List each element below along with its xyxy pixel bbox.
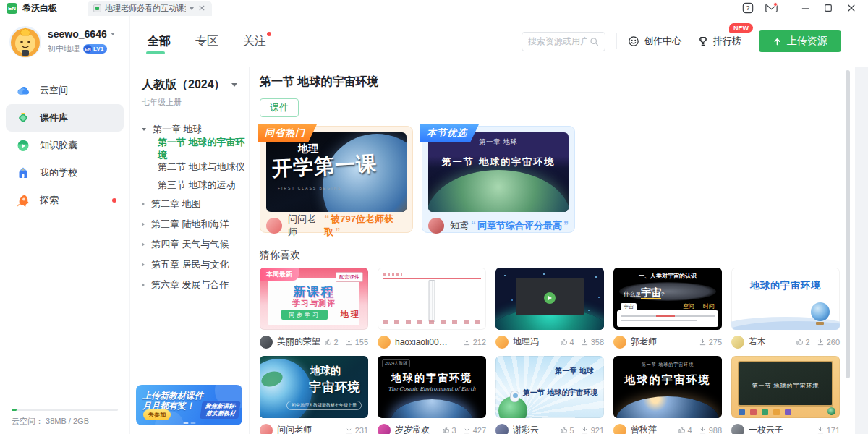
maximize-button[interactable] [822, 1, 835, 14]
featured-card-hot[interactable]: 同省热门 地理 开学第一课 FIRST CLASS BEGINS 问问老师 被7… [260, 126, 413, 233]
download-count[interactable]: 171 [817, 426, 840, 434]
creation-center-button[interactable]: 创作中心 [628, 35, 681, 48]
resource-card[interactable]: 第一节 地球的宇宙环境 一枚云子 171 [731, 356, 840, 434]
courseware-filter-tag[interactable]: 课件 [260, 98, 299, 117]
tree-chapter-5[interactable]: 第五章 居民与文化 [142, 255, 249, 275]
download-count[interactable]: 921 [581, 426, 604, 434]
thumb-text: 配套课件 [336, 272, 363, 282]
thumb-graphic [429, 280, 435, 322]
card-thumbnail: 第一章 地球 第一节 地球的宇宙环境 [495, 356, 604, 418]
notification-dot [112, 198, 116, 203]
sidebar-item-courseware-library[interactable]: 课件库 [6, 104, 124, 132]
download-icon [699, 426, 707, 434]
help-button[interactable]: ? [741, 1, 754, 14]
download-count[interactable]: 212 [463, 338, 486, 346]
like-value: 4 [688, 426, 692, 434]
tab-all[interactable]: 全部 [148, 34, 171, 49]
rocket-icon [16, 193, 30, 208]
promo-banner[interactable]: 上传新教材课件 月月都有奖！ 去参加 聚焦新课标· 落实新教材 [136, 385, 242, 425]
like-count[interactable]: 3 [442, 426, 456, 434]
tree-section-1-1[interactable]: 第一节 地球的宇宙环境 [142, 140, 249, 158]
mail-button[interactable] [765, 1, 778, 14]
resource-card[interactable]: haoxiaoli0001 212 [378, 268, 486, 349]
resource-card[interactable]: 本周最新 配套课件 新课程 学习与测评 同步学习 地 理 美丽的荣望 2 [260, 268, 368, 349]
thumb-text: 同步学习 [281, 310, 328, 320]
sidebar-item-label: 我的学校 [40, 166, 77, 179]
thumb-text: 时间 [703, 302, 715, 310]
resource-card[interactable]: 一、人类对宇宙的认识 什么是宇宙? 空间 时间 宇宙 郭老 [613, 268, 722, 349]
notification-dot [773, 2, 778, 7]
download-value: 231 [355, 426, 368, 434]
tree-chapter-6[interactable]: 第六章 发展与合作 [142, 275, 249, 295]
edition-selector[interactable]: 人教版（2024） [142, 77, 249, 93]
resource-card[interactable]: 地理冯 4 358 [495, 268, 604, 349]
upload-resource-button[interactable]: 上传资源 [759, 30, 841, 52]
featured-quote: 同章节综合评分最高 [471, 219, 569, 232]
courseware-icon [16, 111, 30, 125]
download-count[interactable]: 231 [345, 426, 368, 434]
chevron-down-icon[interactable] [190, 7, 194, 10]
download-count[interactable]: 427 [463, 426, 486, 434]
like-count[interactable]: 4 [678, 426, 692, 434]
download-count[interactable]: 988 [699, 426, 722, 434]
like-value: 5 [570, 426, 574, 434]
tree-chapter-4[interactable]: 第四章 天气与气候 [142, 234, 249, 255]
download-value: 988 [709, 426, 722, 434]
sidebar-item-explore[interactable]: 探索 [0, 187, 129, 214]
close-button[interactable] [845, 1, 858, 14]
sidebar-item-cloud-space[interactable]: 云空间 [0, 77, 129, 104]
download-count[interactable]: 260 [817, 338, 840, 346]
featured-card-pick[interactable]: 本节优选 第一章 地球 第一节 地球的宇宙环境 知鸢 同章节综合评分最高 [422, 126, 575, 233]
thumb-graphic [383, 273, 402, 276]
minimize-button[interactable] [799, 1, 812, 14]
author-avatar [266, 218, 282, 234]
resource-card[interactable]: 地球的宇宙环境 若木 2 260 [731, 268, 840, 349]
tab-zones[interactable]: 专区 [195, 34, 218, 49]
document-tab[interactable]: 地理老师必看的互动课堂小... [88, 1, 212, 16]
trophy-icon [697, 35, 709, 47]
download-count[interactable]: 275 [699, 338, 722, 346]
ranking-button[interactable]: 排行榜 NEW [697, 35, 741, 48]
resource-card[interactable]: · 第一节 地球的宇宙环境 · 地球的宇宙环境 曾秋萍 4 988 [613, 356, 722, 434]
tree-label: 第三节 地球的运动 [158, 179, 236, 192]
thumb-graphic [739, 409, 833, 415]
like-count[interactable]: 5 [560, 426, 574, 434]
tab-close-icon[interactable] [197, 3, 206, 14]
tree-label: 第二章 地图 [151, 197, 201, 210]
download-count[interactable]: 155 [345, 338, 368, 346]
sidebar-item-knowledge-capsule[interactable]: 知识胶囊 [0, 132, 129, 159]
thumbs-up-icon [796, 338, 804, 346]
chevron-down-icon[interactable] [111, 33, 115, 35]
resource-card[interactable]: 2024人教版 地球的宇宙环境 The Cosmic Environment o… [378, 356, 486, 434]
tree-label: 第四章 天气与气候 [151, 238, 229, 251]
resource-card[interactable]: 地球的 宇宙环境 初中地理人教版新教材七年级上册 问问老师 231 [260, 356, 368, 434]
user-profile[interactable]: seewo_6646 初中地理 EN LV1 [0, 16, 129, 58]
card-thumbnail: 地球的宇宙环境 [731, 268, 840, 330]
tree-label: 第二节 地球与地球仪 [158, 161, 245, 174]
sidebar-item-my-school[interactable]: 我的学校 [0, 159, 129, 187]
like-count[interactable]: 2 [324, 338, 339, 346]
scrollbar-thumb[interactable] [846, 70, 850, 378]
user-avatar[interactable] [9, 26, 41, 58]
tree-section-1-2[interactable]: 第二节 地球与地球仪 [142, 158, 249, 176]
banner-tagline: 聚焦新课标· 落实新教材 [200, 401, 241, 419]
tree-chapter-3[interactable]: 第三章 陆地和海洋 [142, 214, 249, 234]
search-input[interactable] [528, 36, 587, 46]
download-value: 921 [591, 426, 604, 434]
scrollbar-track [855, 67, 868, 434]
storage-value: 38MB / 2GB [46, 417, 89, 425]
tab-following[interactable]: 关注 [243, 34, 266, 49]
featured-row: 同省热门 地理 开学第一课 FIRST CLASS BEGINS 问问老师 被7… [260, 126, 840, 233]
resource-card[interactable]: 第一章 地球 第一节 地球的宇宙环境 谢彩云 5 921 [495, 356, 604, 434]
like-count[interactable]: 2 [796, 338, 810, 346]
download-value: 212 [473, 338, 486, 346]
banner-join-button[interactable]: 去参加 [143, 409, 171, 420]
like-count[interactable]: 4 [560, 338, 574, 346]
search-box[interactable] [522, 32, 605, 51]
thumbs-up-icon [560, 338, 568, 346]
globe-graphic [827, 407, 835, 415]
tree-section-1-3[interactable]: 第三节 地球的运动 [142, 176, 249, 194]
download-icon [817, 338, 825, 346]
tree-chapter-2[interactable]: 第二章 地图 [142, 194, 249, 214]
download-count[interactable]: 358 [581, 338, 604, 346]
